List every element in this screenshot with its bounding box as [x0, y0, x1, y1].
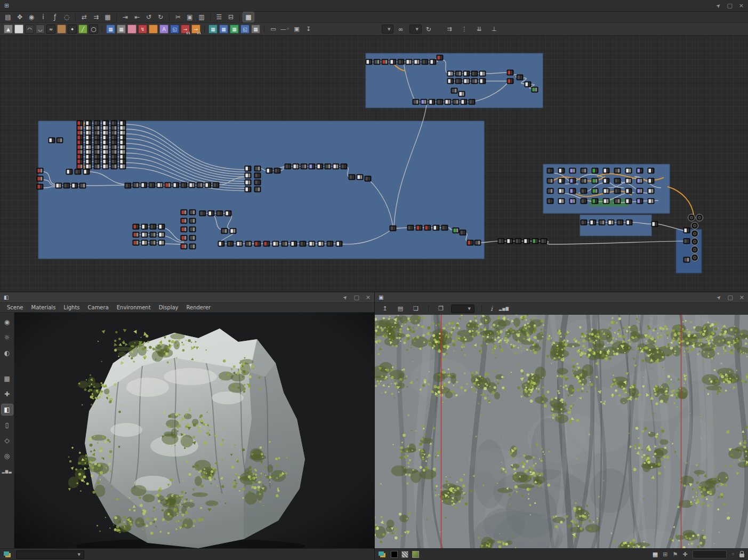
graph-node[interactable]	[55, 183, 62, 188]
new-substance-icon[interactable]: ▤	[3, 12, 13, 22]
graph-node[interactable]	[414, 59, 420, 65]
graph-node[interactable]	[407, 225, 414, 230]
reset-size-icon[interactable]: ↻	[423, 25, 434, 34]
graph-node[interactable]	[349, 174, 355, 180]
close-window-icon[interactable]: ×	[739, 2, 744, 9]
graph-node[interactable]	[327, 241, 333, 246]
graph-node[interactable]	[285, 164, 291, 169]
graph-node[interactable]	[569, 178, 576, 183]
graph-node[interactable]	[463, 78, 470, 84]
graph-node[interactable]	[102, 140, 109, 145]
graph-node[interactable]	[125, 183, 131, 188]
graph-node[interactable]	[581, 220, 587, 225]
graph-node[interactable]	[85, 164, 92, 169]
colorspace-dropdown[interactable]: ▼	[16, 550, 84, 559]
graph-node[interactable]	[227, 241, 234, 246]
graph-node[interactable]	[245, 180, 251, 185]
graph-node[interactable]	[525, 82, 531, 87]
graph-node[interactable]	[341, 164, 347, 169]
graph-node[interactable]	[119, 145, 126, 150]
graph-node[interactable]	[189, 182, 195, 188]
graph-node[interactable]	[85, 125, 92, 131]
pivot-icon[interactable]: ◎	[2, 451, 13, 461]
graph-node[interactable]	[507, 70, 513, 75]
graph-node[interactable]	[189, 210, 196, 215]
transform-gizmo-icon[interactable]: ✚	[2, 389, 13, 399]
graph-node[interactable]	[119, 130, 126, 135]
graph-output-node[interactable]	[691, 238, 698, 245]
graph-node[interactable]	[461, 99, 467, 105]
graph-node[interactable]	[558, 198, 565, 204]
graph-node[interactable]	[325, 164, 331, 169]
graph-node[interactable]	[498, 238, 504, 244]
graph-node[interactable]	[181, 244, 187, 249]
graph-canvas[interactable]	[0, 36, 748, 292]
graph-node[interactable]	[416, 225, 422, 230]
graph-node[interactable]	[77, 154, 83, 159]
graph-node[interactable]	[374, 59, 380, 65]
graph-node[interactable]	[94, 145, 100, 150]
graph-node[interactable]	[558, 168, 565, 173]
graph-node[interactable]	[390, 59, 396, 65]
graph-node[interactable]	[558, 178, 565, 183]
graph-node[interactable]	[254, 241, 261, 246]
graph-node[interactable]	[460, 230, 466, 235]
graph-node[interactable]	[133, 232, 139, 237]
graph-node[interactable]	[111, 121, 117, 126]
graph-node[interactable]	[301, 164, 307, 169]
graph-node[interactable]	[245, 187, 251, 192]
graph-node[interactable]	[37, 168, 43, 173]
graph-node[interactable]	[429, 99, 435, 105]
graph-node[interactable]	[365, 176, 371, 181]
graph-node[interactable]	[532, 238, 538, 244]
image-tools-icon[interactable]: ❐	[436, 304, 446, 314]
slope-blur-node[interactable]: ◡	[36, 25, 45, 34]
undo-icon[interactable]: ↺	[143, 12, 154, 22]
information-icon[interactable]: i	[38, 12, 49, 22]
directional-warp-node[interactable]: →01	[181, 25, 190, 34]
graph-node[interactable]	[37, 184, 43, 189]
focus-icon[interactable]: ◉	[26, 12, 37, 22]
graph-node[interactable]	[66, 169, 73, 174]
graph-node[interactable]	[158, 224, 165, 229]
comment-icon[interactable]: ▥	[196, 12, 207, 22]
graph-node[interactable]	[94, 140, 100, 145]
graph-node[interactable]	[49, 138, 55, 143]
graph-node[interactable]	[111, 159, 117, 164]
play-forward-icon[interactable]: ⇉	[444, 25, 455, 34]
graph-node[interactable]	[469, 99, 475, 105]
graph-node[interactable]	[94, 130, 100, 135]
graph-node[interactable]	[149, 182, 155, 188]
copy-image-icon[interactable]: ❏	[411, 304, 421, 314]
3d-viewport[interactable]	[14, 313, 374, 548]
graph-node[interactable]	[569, 168, 576, 173]
pin-window-icon[interactable]: ➤	[714, 2, 722, 10]
graph-node[interactable]	[382, 59, 388, 65]
recenter-view-icon[interactable]: ✚	[682, 551, 687, 558]
zoom-level-input[interactable]	[693, 550, 727, 558]
graph-node[interactable]	[390, 226, 396, 231]
graph-node[interactable]	[158, 232, 165, 237]
search-icon[interactable]: ◌	[61, 12, 72, 22]
maximize-2d-view-icon[interactable]: ▢	[727, 294, 733, 301]
lock-zoom-icon[interactable]	[739, 554, 744, 557]
graph-node[interactable]	[421, 99, 427, 105]
graph-node[interactable]	[77, 140, 83, 145]
graph-node[interactable]	[592, 168, 598, 173]
graph-node[interactable]	[581, 188, 587, 194]
graph-node[interactable]	[245, 173, 251, 178]
graph-node[interactable]	[133, 182, 139, 188]
hsl-node[interactable]	[149, 25, 158, 34]
graph-node[interactable]	[111, 135, 117, 140]
graph-node[interactable]	[652, 221, 658, 227]
graph-node[interactable]	[445, 99, 451, 105]
node-menu-icon[interactable]: ☰	[214, 12, 224, 22]
graph-node[interactable]	[83, 169, 90, 174]
graph-node[interactable]	[422, 59, 428, 65]
graph-node[interactable]	[245, 241, 252, 246]
blend-node[interactable]	[127, 25, 136, 34]
graph-node[interactable]	[293, 164, 299, 169]
graph-node[interactable]	[85, 149, 92, 155]
graph-node[interactable]	[119, 154, 126, 159]
graph-output-node[interactable]	[691, 254, 698, 261]
